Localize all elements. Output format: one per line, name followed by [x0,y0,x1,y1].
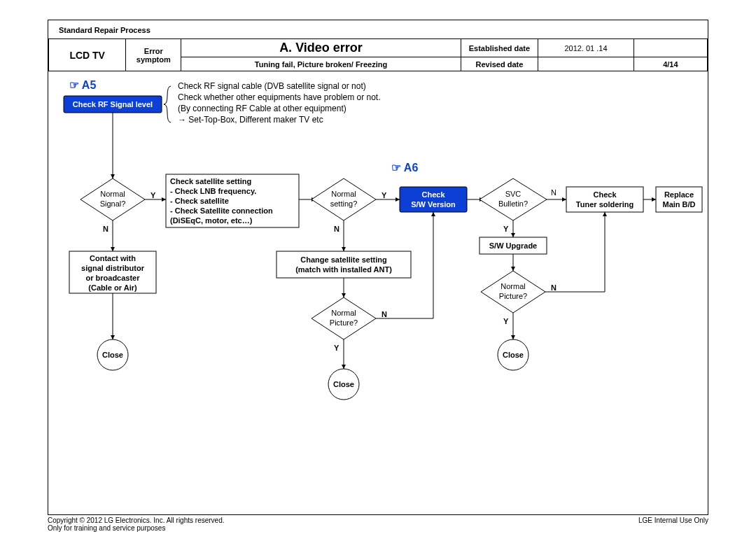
internal-text: LGE Internal Use Only [638,517,708,524]
svg-text:SVC: SVC [505,190,522,198]
svg-text:Bulletin?: Bulletin? [498,199,528,208]
svg-text:Normal: Normal [100,190,125,198]
svg-text:Main B/D: Main B/D [662,200,695,209]
svg-text:Y: Y [503,225,509,233]
svg-text:Replace: Replace [664,190,694,199]
svg-text:Picture?: Picture? [330,318,358,327]
svg-text:Check: Check [421,190,445,199]
est-label: Established date [461,39,538,57]
device-cell: LCD TV [49,39,126,71]
svg-text:(match with installed ANT): (match with installed ANT) [295,265,392,274]
training-text: Only for training and service purposes [48,524,708,532]
svg-text:Check satellite setting: Check satellite setting [170,177,251,185]
svg-text:- Check satellite: - Check satellite [170,197,229,205]
svg-text:or broadcaster: or broadcaster [85,274,140,282]
svg-text:Normal: Normal [500,282,525,290]
svg-text:S/W Upgrade: S/W Upgrade [489,241,537,250]
svg-text:Normal: Normal [331,190,356,198]
err-sym-label: Error symptom [126,39,181,71]
svg-text:Close: Close [333,380,354,388]
svg-text:(Cable or Air): (Cable or Air) [88,283,137,292]
svg-text:- Check LNB frequency.: - Check LNB frequency. [170,187,256,195]
footer: Copyright © 2012 LG Electronics. Inc. Al… [48,517,708,532]
svg-text:N: N [551,188,556,197]
svg-text:Check whether other equipments: Check whether other equipments have prob… [178,92,381,102]
svg-text:(By connecting RF Cable at oth: (By connecting RF Cable at other equipme… [178,104,346,113]
svg-text:Y: Y [503,317,509,325]
ref-a6: ☞ A6 [391,162,418,174]
svg-text:Picture?: Picture? [499,292,527,300]
svg-text:Check RF signal cable (DVB sat: Check RF signal cable (DVB satellite sig… [178,81,366,91]
brace-icon [164,86,171,122]
svg-text:Y: Y [150,191,156,199]
svg-text:Check RF Signal level: Check RF Signal level [73,100,153,108]
title-cell: A. Video error [181,39,461,57]
svg-text:N: N [382,310,387,318]
svg-text:Check: Check [593,190,617,199]
svg-text:Close: Close [503,351,524,359]
svg-text:- Check Satellite connection: - Check Satellite connection [170,206,273,215]
header-table: LCD TV Error symptom A. Video error Esta… [48,38,708,71]
copyright-text: Copyright © 2012 LG Electronics. Inc. Al… [48,517,708,524]
svg-text:setting?: setting? [330,199,358,208]
svg-text:→ Set-Top-Box, Different maker: → Set-Top-Box, Different maker TV etc [178,115,323,125]
svg-text:Contact with: Contact with [90,254,136,262]
svg-text:Change satellite setting: Change satellite setting [300,255,386,264]
flowchart-canvas: ☞ A5 Check RF Signal level Check RF sign… [48,68,709,510]
svg-text:signal distributor: signal distributor [81,264,145,272]
svg-text:Signal?: Signal? [100,199,126,208]
doc-header: Standard Repair Process [59,26,150,34]
svg-text:Y: Y [334,344,340,352]
svg-text:(DiSEqC, motor, etc…): (DiSEqC, motor, etc…) [170,216,253,225]
svg-text:N: N [551,283,556,292]
svg-text:Y: Y [382,191,387,199]
svg-text:Close: Close [102,351,123,359]
svg-text:N: N [334,225,340,233]
est-value: 2012. 01 .14 [538,39,634,57]
svg-text:N: N [103,225,108,233]
svg-text:Normal: Normal [331,309,356,317]
ref-a5: ☞ A5 [69,79,96,91]
page-border: Standard Repair Process LCD TV Error sym… [48,20,708,515]
svg-text:S/W Version: S/W Version [411,200,456,209]
svg-text:Tuner soldering: Tuner soldering [576,200,634,209]
